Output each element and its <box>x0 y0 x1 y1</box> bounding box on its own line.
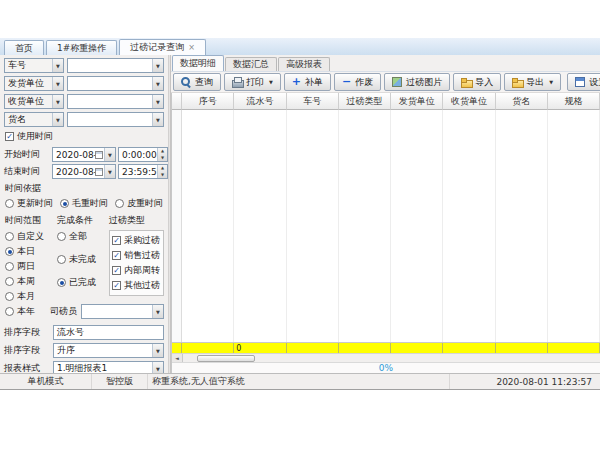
column-header-receiver[interactable]: 收货单位 <box>443 93 495 110</box>
sort-order-select[interactable]: 升序 ▼ <box>53 343 164 358</box>
radio-today[interactable]: 本日 <box>5 245 57 258</box>
checkbox-purchase-weigh[interactable]: ✓采购过磅 <box>112 234 161 247</box>
tab-data-detail[interactable]: 数据明细 <box>172 55 224 71</box>
radio-custom[interactable]: 自定义 <box>5 230 57 243</box>
spinner-icon[interactable]: ▲▼ <box>157 148 167 161</box>
scrollbar-thumb[interactable] <box>197 355 255 362</box>
radio-unfinished[interactable]: 未完成 <box>57 253 109 266</box>
radio-all[interactable]: 全部 <box>57 230 109 243</box>
minus-icon: − <box>342 77 351 87</box>
checkbox-other-weigh[interactable]: ✓其他过磅 <box>112 279 161 292</box>
filter-value-select-shipper[interactable]: ▼ <box>67 76 164 91</box>
chevron-down-icon[interactable]: ▼ <box>152 344 163 357</box>
chevron-down-icon[interactable]: ▼ <box>104 165 115 178</box>
filter-value-select-vehicle[interactable]: ▼ <box>67 58 164 73</box>
calendar-icon <box>95 168 103 176</box>
chevron-down-icon[interactable]: ▼ <box>52 59 63 72</box>
column-header-shipper[interactable]: 发货单位 <box>391 93 443 110</box>
filter-row-receiver: 收货单位 ▼ ▼ <box>4 94 164 109</box>
filter-value-select-goods[interactable]: ▼ <box>67 112 164 127</box>
filter-field-select-vehicle[interactable]: 车号 ▼ <box>4 58 64 73</box>
column-header-seq[interactable]: 序号 <box>182 93 234 110</box>
filter-value-select-receiver[interactable]: ▼ <box>67 94 164 109</box>
radio-update-time[interactable]: 更新时间 <box>5 197 53 210</box>
report-style-label: 报表样式 <box>4 362 50 373</box>
time-basis-label: 时间依据 <box>5 182 164 195</box>
sort-field-row: 排序字段 流水号 <box>4 325 164 340</box>
tab-data-summary[interactable]: 数据汇总 <box>225 57 277 71</box>
status-datetime: 2020-08-01 11:23:57 <box>450 374 600 389</box>
start-date-picker[interactable]: 2020-08-01 ▼ <box>52 147 116 162</box>
tab-home[interactable]: 首页 <box>4 40 44 55</box>
radio-tare-time[interactable]: 皮重时间 <box>115 197 163 210</box>
export-button[interactable]: 导出 ▼ <box>504 73 561 91</box>
end-date-picker[interactable]: 2020-08-01 ▼ <box>52 164 116 179</box>
chevron-down-icon[interactable]: ▼ <box>152 362 163 373</box>
scroll-left-arrow-icon[interactable]: ◄ <box>172 354 183 362</box>
column-header-vehicle[interactable]: 车号 <box>287 93 339 110</box>
checkbox-internal-transfer[interactable]: ✓内部周转 <box>112 264 161 277</box>
use-time-checkbox[interactable]: ✓ 使用时间 <box>5 130 164 143</box>
tab-weigh-operation-label: 1#称重操作 <box>57 42 106 55</box>
radio-gross-time[interactable]: 毛重时间 <box>60 197 108 210</box>
column-header-goods[interactable]: 货名 <box>496 93 548 110</box>
column-header-weigh-type[interactable]: 过磅类型 <box>339 93 391 110</box>
radio-two-days[interactable]: 两日 <box>5 260 57 273</box>
report-style-select[interactable]: 1.明细报表1 ▼ <box>53 361 164 373</box>
chevron-down-icon[interactable]: ▼ <box>52 113 63 126</box>
filter-sidebar: 车号 ▼ ▼ 发货单位 ▼ ▼ 收货 <box>0 55 168 373</box>
start-time-spinner[interactable]: 0:00:00 ▲▼ <box>118 147 168 162</box>
print-button[interactable]: 打印 ▼ <box>224 73 281 91</box>
weigh-photo-button[interactable]: 过磅图片 <box>384 73 450 91</box>
radio-this-week[interactable]: 本周 <box>5 275 57 288</box>
checkbox-checked-icon: ✓ <box>5 132 14 141</box>
export-icon <box>512 77 522 87</box>
chevron-down-icon[interactable]: ▼ <box>152 59 163 72</box>
chevron-down-icon[interactable]: ▼ <box>152 113 163 126</box>
horizontal-scrollbar[interactable]: ◄ <box>172 353 600 362</box>
checkbox-checked-icon: ✓ <box>112 281 121 290</box>
query-button[interactable]: 查询 <box>173 73 221 91</box>
import-button[interactable]: 导入 <box>453 73 501 91</box>
radio-icon <box>57 232 66 241</box>
plus-icon: + <box>292 77 301 87</box>
chevron-down-icon[interactable]: ▼ <box>52 77 63 90</box>
status-mode: 单机模式 <box>0 374 92 389</box>
filter-row-vehicle: 车号 ▼ ▼ <box>4 58 164 73</box>
close-icon[interactable]: × <box>188 43 195 52</box>
tab-record-query[interactable]: 过磅记录查询 × <box>119 39 206 55</box>
filter-field-select-goods[interactable]: 货名 ▼ <box>4 112 64 127</box>
chevron-down-icon[interactable]: ▼ <box>52 95 63 108</box>
column-header-serial[interactable]: 流水号 <box>234 93 286 110</box>
weigher-select[interactable]: ▼ <box>81 304 164 319</box>
filter-field-select-shipper[interactable]: 发货单位 ▼ <box>4 76 64 91</box>
chevron-down-icon[interactable]: ▼ <box>104 148 115 161</box>
radio-icon <box>5 262 14 271</box>
filter-row-goods: 货名 ▼ ▼ <box>4 112 164 127</box>
settings-button[interactable]: 设置 <box>567 73 600 91</box>
radio-this-month[interactable]: 本月 <box>5 290 57 303</box>
void-order-button[interactable]: − 作废 <box>334 73 381 91</box>
chevron-down-icon[interactable]: ▼ <box>152 305 163 318</box>
data-tab-bar: 数据明细 数据汇总 高级报表 <box>171 55 600 71</box>
spinner-icon[interactable]: ▲▼ <box>157 165 167 178</box>
supplement-order-button[interactable]: + 补单 <box>284 73 331 91</box>
printer-icon <box>232 77 242 87</box>
tab-home-label: 首页 <box>15 42 33 55</box>
sort-field-input[interactable]: 流水号 <box>53 325 164 340</box>
checkbox-checked-icon: ✓ <box>112 266 121 275</box>
summary-count-cell: 0 <box>234 343 286 353</box>
main-panel: 数据明细 数据汇总 高级报表 查询 打印 ▼ + 补单 <box>171 55 600 373</box>
radio-finished[interactable]: 已完成 <box>57 276 109 289</box>
tab-weigh-operation[interactable]: 1#称重操作 <box>46 40 117 55</box>
radio-icon <box>5 232 14 241</box>
chevron-down-icon[interactable]: ▼ <box>152 95 163 108</box>
chevron-down-icon[interactable]: ▼ <box>152 77 163 90</box>
filter-field-select-receiver[interactable]: 收货单位 ▼ <box>4 94 64 109</box>
column-header-spec[interactable]: 规格 <box>548 93 600 110</box>
end-time-spinner[interactable]: 23:59:59 ▲▼ <box>118 164 168 179</box>
tab-advanced-report[interactable]: 高级报表 <box>278 57 330 71</box>
status-system-name: 称重系统,无人值守系统 <box>148 374 450 389</box>
checkbox-sale-weigh[interactable]: ✓销售过磅 <box>112 249 161 262</box>
radio-selected-icon <box>5 247 14 256</box>
